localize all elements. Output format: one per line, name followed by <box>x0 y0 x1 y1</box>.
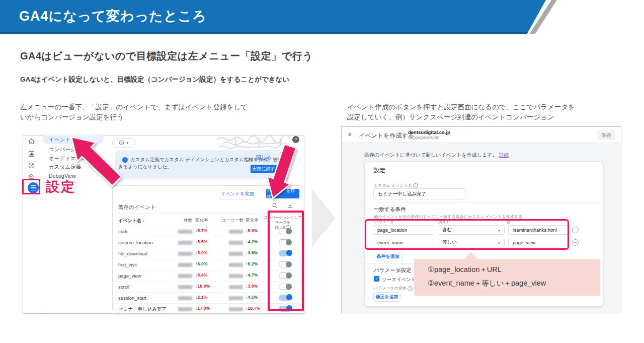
settings-icon-highlight-box <box>22 179 40 194</box>
matching-conditions-title: 一致する条件 <box>374 206 406 213</box>
right-caption: イベント作成のボタンを押すと設定画面になるので、ここでパラメータを 設定していく… <box>347 102 575 122</box>
help-icon: ? <box>408 286 413 291</box>
download-icon[interactable] <box>287 202 293 209</box>
sidebar-item-events-selected[interactable]: イベント <box>43 134 104 144</box>
user-change: ↓4.5% <box>246 295 258 300</box>
modify-event-button[interactable]: イベントを変更 <box>220 189 255 199</box>
event-name: file_download <box>118 251 147 256</box>
ga4-left-rail <box>23 135 42 313</box>
home-icon[interactable] <box>28 138 35 145</box>
add-condition-button[interactable]: 条件を追加 <box>373 252 403 261</box>
callout-line-1: ①page_location＋URL <box>428 265 502 275</box>
blurred-users-value <box>229 263 243 267</box>
column-change2[interactable]: 変化率 <box>246 218 259 224</box>
save-button[interactable]: 保存 <box>597 130 615 140</box>
next-step-arrow <box>312 189 336 247</box>
dialog-top-bar: × イベントを作成する dentsudigital.co.jp G-Q0BQWM… <box>342 127 621 143</box>
remove-condition-icon[interactable] <box>572 227 579 233</box>
event-name: session_start <box>118 295 146 301</box>
event-name: custom_location <box>118 240 153 245</box>
left-caption: 左メニューの一番下、「設定」のイベントで、まずはイベント登録をして いからコンバ… <box>20 102 248 122</box>
blurred-users-value <box>229 252 243 256</box>
help-icon: ? <box>413 183 418 188</box>
blurred-count-value <box>178 230 192 234</box>
ga4-events-screenshot: イベント コンバージョンオーディエンスカスタム定義DebugView 設定 ▼ … <box>23 135 304 314</box>
info-icon: i <box>122 157 128 163</box>
remove-condition-icon[interactable] <box>572 239 579 246</box>
section-heading: GA4はビューがないので目標設定は左メニュー「設定」で行う <box>20 49 313 63</box>
user-change: ↓3.0% <box>246 284 258 289</box>
user-change: ↑6.2% <box>246 261 258 266</box>
blurred-count-value <box>178 307 192 311</box>
blurred-users-value <box>229 241 243 245</box>
table-title: 既存のイベント <box>118 204 156 211</box>
column-users[interactable]: ユーザー数 <box>220 218 244 224</box>
blurred-count-value <box>178 252 192 256</box>
slide: GA4になって変わったところ GA4はビューがないので目標設定は左メニュー「設定… <box>0 0 644 343</box>
conditions-highlight-box <box>365 219 569 250</box>
blurred-count-value <box>178 241 192 245</box>
divider <box>403 130 404 140</box>
parameter-config-title: パラメータ設定 <box>374 267 411 274</box>
blurred-count-value <box>178 263 192 267</box>
blurred-users-value <box>229 274 243 278</box>
search-icon[interactable] <box>272 202 278 209</box>
count-change: ↓5.7% <box>195 228 208 233</box>
slide-title: GA4になって変わったところ <box>19 7 207 25</box>
copy-params-checkbox[interactable]: ✓ <box>374 276 379 282</box>
sidebar-item[interactable]: コンバージョン <box>43 145 103 154</box>
settings-annotation-label: 設定 <box>46 178 76 196</box>
callout-line-2: ②event_name＋等しい＋page_view <box>428 279 546 288</box>
count-change: ↓8.4% <box>195 272 208 278</box>
blurred-users-value <box>229 230 243 234</box>
event-name: click <box>118 229 127 234</box>
title-bar-accent <box>0 32 644 34</box>
sidebar-item[interactable]: カスタム定義 <box>43 163 103 172</box>
blurred-users-value <box>229 296 243 300</box>
event-name: セミナー申し込み完了 <box>118 306 167 313</box>
count-change: ↓2.1% <box>195 295 208 300</box>
custom-definitions-banner: i カスタム定義でカスタム ディメンションとカスタム指標を作成、管理で きるよう… <box>115 150 287 179</box>
details-link[interactable]: 詳細 <box>499 152 509 158</box>
blurred-users-value <box>229 285 243 289</box>
sidebar-item[interactable]: オーディエンス <box>43 154 103 163</box>
section-subheading: GA4はイベント設定しないと、目標設定（コンバージョン設定）をすることができない <box>20 75 289 84</box>
dialog-title: イベントを作成する <box>359 131 414 140</box>
add-modification-button[interactable]: 修正を追加 <box>373 292 400 302</box>
user-change: ↓8.0% <box>246 228 258 233</box>
conversion-column-highlight-box <box>268 211 304 311</box>
event-name: first_visit <box>118 262 137 267</box>
count-change: ↓17.0% <box>195 306 210 311</box>
blurred-users-value <box>229 307 243 311</box>
slide-title-bar: GA4になって変わったところ <box>0 0 644 34</box>
count-change: ↓16.0% <box>195 284 210 289</box>
property-name: dentsudigital.co.jp <box>408 129 450 135</box>
column-event-name[interactable]: イベント名 ↑ <box>118 218 145 224</box>
create-event-button[interactable]: イベントを作成 <box>266 189 299 198</box>
blurred-count-value <box>178 285 192 289</box>
banner-close-link[interactable]: 閉じる <box>256 154 271 161</box>
redacted-scribble <box>214 135 301 150</box>
user-change: ↓4.7% <box>246 272 258 278</box>
count-change: ↓8.5% <box>195 239 208 244</box>
user-change: ↓3.6% <box>246 250 258 255</box>
divider <box>365 178 603 178</box>
reports-icon[interactable] <box>28 150 35 158</box>
event-filter-chip[interactable]: ▼ <box>112 138 135 148</box>
column-count[interactable]: 件数 <box>177 218 192 224</box>
card-section-title: 設定 <box>374 167 385 174</box>
param-change-label: パラメータの変更 ? <box>374 286 413 291</box>
column-change[interactable]: 変化率 <box>195 218 208 224</box>
blurred-count-value <box>178 274 192 278</box>
close-icon[interactable]: × <box>348 130 352 139</box>
callout-box: ①page_location＋URL ②event_name＋等しい＋page_… <box>414 259 600 296</box>
count-change: ↓5.9% <box>195 250 208 255</box>
property-id: G-Q0BQWMRC6F <box>408 135 439 140</box>
event-name: page_view <box>118 273 141 279</box>
dialog-description: 既存のイベントに基づいて新しいイベントを作成します。 詳細 <box>364 152 509 159</box>
banner-try-button[interactable]: 実際に試す <box>251 165 277 173</box>
explore-icon[interactable] <box>28 162 35 169</box>
blurred-count-value <box>178 296 192 300</box>
event-name: scroll <box>118 284 129 290</box>
custom-event-name-input[interactable]: セミナー申し込み完了 <box>373 188 466 199</box>
